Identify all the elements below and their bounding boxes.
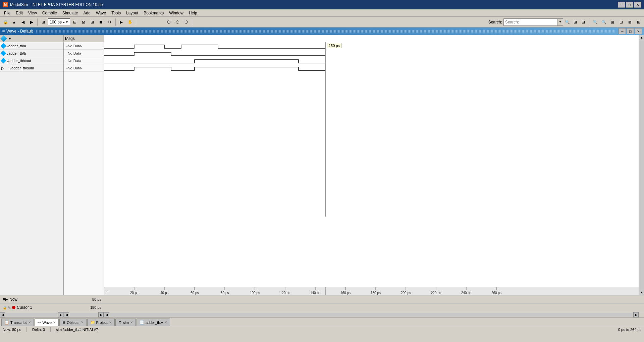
toolbar-forward-btn[interactable]: ▶ <box>28 18 36 26</box>
menu-view[interactable]: View <box>25 10 40 16</box>
toolbar-hand-btn[interactable]: ✋ <box>126 18 134 26</box>
toolbar-lock-btn[interactable]: 🔒 <box>1 18 9 26</box>
tab-adder-close[interactable]: ✕ <box>164 321 167 324</box>
signal-row-cout[interactable]: /adder_tb/cout <box>0 57 63 64</box>
svg-text:200 ps: 200 ps <box>401 291 411 295</box>
toolbar-time-display[interactable]: 100 ps ▲▼ <box>48 18 70 26</box>
wave-scroll-left[interactable]: ◀ <box>104 312 109 318</box>
value-b: -No Data- <box>66 51 83 55</box>
value-scroll-track[interactable] <box>70 313 98 317</box>
search-btn3[interactable]: ⊟ <box>579 18 587 26</box>
tab-project[interactable]: 📁 Project ✕ <box>87 319 115 326</box>
signal-row-a[interactable]: /adder_tb/a <box>0 42 63 50</box>
title-text: ModelSim - INTEL FPGA STARTER EDITION 10… <box>10 2 618 7</box>
signal-scroll-left[interactable]: ◀ <box>0 312 5 318</box>
wave-minimize-btn[interactable]: ─ <box>619 28 626 34</box>
wave-window-title: Wave - Default <box>6 29 33 34</box>
svg-text:40 ps: 40 ps <box>160 291 168 295</box>
tab-sim[interactable]: ⚙ sim ✕ <box>115 319 136 326</box>
menu-file[interactable]: File <box>1 10 13 16</box>
toolbar-time-arrow[interactable]: ▲▼ <box>62 20 68 24</box>
menu-wave[interactable]: Wave <box>93 10 109 16</box>
menu-add[interactable]: Add <box>81 10 93 16</box>
toolbar-restart-btn[interactable]: ↺ <box>106 18 114 26</box>
toolbar-grid-btn[interactable]: ⊞ <box>39 18 47 26</box>
tab-objects[interactable]: ⊞ Objects ✕ <box>59 319 86 326</box>
menu-simulate[interactable]: Simulate <box>60 10 81 16</box>
search-icon-btn[interactable]: 🔍 <box>563 18 571 26</box>
tab-sim-close[interactable]: ✕ <box>130 321 133 324</box>
wave-scroll-track[interactable] <box>110 313 633 317</box>
close-button[interactable]: ✕ <box>634 2 641 8</box>
menu-bookmarks[interactable]: Bookmarks <box>141 10 166 16</box>
waveform-canvas-area[interactable]: 150 ps <box>104 42 639 287</box>
toolbar-back-btn[interactable]: ◀ <box>19 18 27 26</box>
search-dropdown-btn[interactable]: ▼ <box>557 18 563 26</box>
menu-layout[interactable]: Layout <box>123 10 141 16</box>
signal-row-b[interactable]: /adder_tb/b <box>0 50 63 57</box>
vscroll-down-btn[interactable]: ▼ <box>639 290 644 295</box>
status-bar: Now: 80 ps Delta: 0 sim:/adder_tb/#INITI… <box>0 326 644 333</box>
menu-edit[interactable]: Edit <box>13 10 25 16</box>
menu-help[interactable]: Help <box>186 10 200 16</box>
value-hscroll: ◀ ▶ <box>64 312 104 318</box>
svg-text:80 ps: 80 ps <box>221 291 229 295</box>
tab-project-label: Project <box>96 321 108 325</box>
svg-text:60 ps: 60 ps <box>191 291 199 295</box>
wave-close-btn[interactable]: ✕ <box>635 28 642 34</box>
menu-window[interactable]: Window <box>166 10 186 16</box>
signal-scroll-track[interactable] <box>6 313 57 317</box>
menu-compile[interactable]: Compile <box>40 10 60 16</box>
zoom-full-btn[interactable]: ⊞ <box>608 18 616 26</box>
toolbar-run-btn[interactable]: ▶ <box>117 18 125 26</box>
cursor-lock-icon: 🔒 <box>3 306 7 309</box>
toolbar-search-area: Search: ▼ 🔍 ⊞ ⊟ <box>488 18 587 26</box>
vscroll-track[interactable] <box>639 40 644 290</box>
signal-scroll-right[interactable]: ▶ <box>58 312 63 318</box>
toolbar-btn-b[interactable]: ⊠ <box>79 18 88 26</box>
tab-transcript[interactable]: 📋 Transcript ✕ <box>1 319 34 326</box>
tab-objects-close[interactable]: ✕ <box>81 321 84 324</box>
signal-row-sum[interactable]: ▷ /adder_tb/sum <box>0 64 63 72</box>
tab-wave-icon: 〰 <box>38 321 41 325</box>
value-scroll-left[interactable]: ◀ <box>64 312 69 318</box>
zoom-fit-btn[interactable]: ⊡ <box>617 18 625 26</box>
vscroll-up-btn[interactable]: ▲ <box>639 35 644 40</box>
signal-header-icon <box>0 35 7 42</box>
tab-wave[interactable]: 〰 Wave ✕ <box>35 319 59 326</box>
toolbar-time-value: 100 ps <box>50 20 62 24</box>
value-row-sum: -No Data- <box>64 64 104 72</box>
svg-text:20 ps: 20 ps <box>130 291 138 295</box>
toolbar-btn-c[interactable]: ⊞ <box>88 18 96 26</box>
waveform-pane[interactable]: 150 ps ps 20 ps 40 ps 60 ps 80 ps 100 <box>104 35 639 295</box>
toolbar-up-btn[interactable]: ▲ <box>10 18 18 26</box>
svg-text:260 ps: 260 ps <box>491 291 501 295</box>
menu-tools[interactable]: Tools <box>109 10 123 16</box>
wave-scroll-right[interactable]: ▶ <box>633 312 639 318</box>
minimize-button[interactable]: ─ <box>618 2 625 8</box>
tab-transcript-close[interactable]: ✕ <box>28 321 31 324</box>
toolbar-sim-btn2[interactable]: ⬡ <box>173 18 181 26</box>
window-controls: ─ □ ✕ <box>618 2 641 8</box>
toolbar-btn-a[interactable]: ⊟ <box>71 18 79 26</box>
zoom-btn5[interactable]: ⊞ <box>635 18 643 26</box>
signal-icon-b <box>1 50 6 56</box>
signal-header-arrow[interactable]: ▼ <box>8 37 12 41</box>
toolbar-sim-btn1[interactable]: ⬡ <box>165 18 173 26</box>
tab-wave-close[interactable]: ✕ <box>53 321 56 324</box>
tab-adder[interactable]: 📄 adder_tb.v ✕ <box>137 319 170 326</box>
svg-text:140 ps: 140 ps <box>310 291 320 295</box>
zoom-area-btn[interactable]: ⊠ <box>626 18 634 26</box>
value-scroll-right[interactable]: ▶ <box>98 312 104 318</box>
zoom-out-btn[interactable]: 🔍 <box>600 18 608 26</box>
search-btn2[interactable]: ⊞ <box>571 18 579 26</box>
toolbar-sim-btn3[interactable]: ⬡ <box>182 18 190 26</box>
tab-project-close[interactable]: ✕ <box>109 321 112 324</box>
wave-float-btn[interactable]: ◻ <box>627 28 634 34</box>
status-delta: Delta: 0 <box>32 328 45 332</box>
toolbar-stop-btn[interactable]: ⏹ <box>97 18 105 26</box>
search-input[interactable] <box>503 18 557 26</box>
zoom-in-btn[interactable]: 🔍 <box>591 18 599 26</box>
toolbar: 🔒 ▲ ◀ ▶ ⊞ 100 ps ▲▼ ⊟ ⊠ ⊞ ⏹ ↺ ▶ ✋ ⬡ ⬡ ⬡ … <box>0 17 644 27</box>
maximize-button[interactable]: □ <box>626 2 633 8</box>
